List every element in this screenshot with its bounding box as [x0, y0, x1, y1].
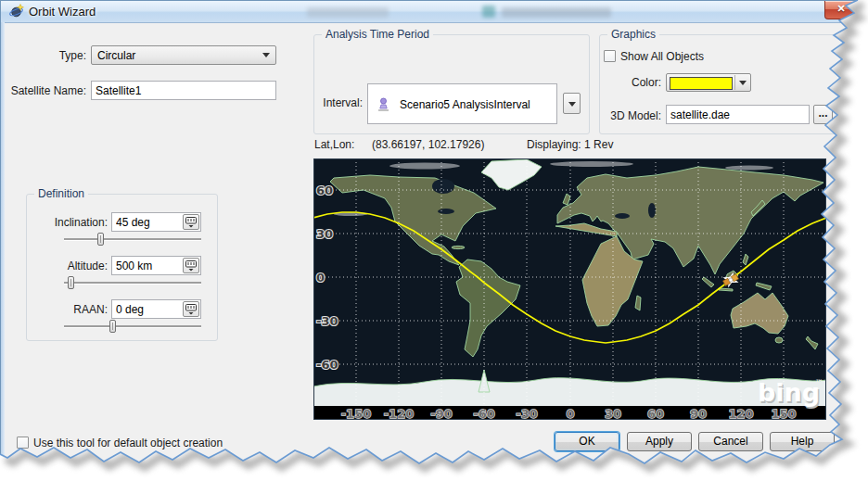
slider-thumb[interactable]: [97, 233, 104, 246]
default-object-creation-label: Use this tool for default object creatio…: [33, 437, 223, 449]
map-2d-view[interactable]: 60 30 0 -30 -60 -150 -120 -90 -60 -30 0 …: [313, 158, 826, 420]
satellite-name-label: Satellite Name:: [7, 84, 86, 97]
java: [719, 288, 733, 291]
world-map: 60 30 0 -30 -60 -150 -120 -90 -60 -30 0 …: [313, 158, 826, 420]
analysis-time-period-title: Analysis Time Period: [322, 28, 433, 41]
bing-logo: bing bing ™: [758, 378, 823, 409]
latlon-value: (83.66197, 102.17926): [372, 138, 484, 151]
3d-model-label: 3D Model:: [602, 109, 661, 122]
svg-text:0: 0: [316, 271, 325, 285]
color-swatch: [670, 77, 733, 90]
inclination-label: Inclination:: [32, 216, 108, 229]
slider-thumb[interactable]: [109, 320, 116, 333]
svg-text:150: 150: [771, 407, 796, 420]
raan-slider[interactable]: [64, 320, 201, 333]
latlon-label: Lat,Lon:: [314, 138, 354, 151]
slider-thumb[interactable]: [68, 276, 74, 289]
great-lakes: [438, 209, 454, 214]
slider-track[interactable]: [64, 325, 201, 328]
svg-text:90: 90: [690, 407, 707, 420]
raan-label: RAAN:: [32, 303, 108, 316]
type-label: Type:: [19, 49, 86, 62]
help-button[interactable]: Help: [770, 432, 835, 451]
close-button[interactable]: ✕: [824, 1, 858, 19]
scenario-icon: [377, 97, 389, 111]
longitude-labels: -150 -120 -90 -60 -30 0 30 60 90 120 150: [341, 407, 797, 420]
svg-text:60: 60: [647, 407, 664, 420]
black-sea: [615, 213, 630, 219]
default-object-creation-checkbox[interactable]: [17, 437, 29, 449]
caspian-sea: [648, 203, 656, 218]
window-title: Orbit Wizard: [29, 5, 96, 19]
ok-button[interactable]: OK: [555, 432, 619, 451]
background-window-icon-blur: [482, 6, 495, 18]
altitude-units-button[interactable]: [183, 258, 199, 273]
tasmania: [775, 337, 783, 343]
units-icon: [185, 217, 197, 228]
graphics-title: Graphics: [607, 28, 659, 41]
inclination-slider[interactable]: [64, 233, 201, 246]
altitude-label: Altitude:: [32, 259, 108, 272]
svg-text:30: 30: [605, 407, 621, 420]
show-all-objects-label: Show All Objects: [620, 50, 704, 63]
chevron-down-icon: [568, 102, 576, 107]
interval-value: Scenario5 AnalysisInterval: [400, 98, 530, 111]
svg-text:-30: -30: [516, 407, 538, 420]
definition-title: Definition: [34, 187, 88, 200]
3d-model-input[interactable]: [666, 105, 810, 124]
browse-button[interactable]: ...: [813, 105, 833, 124]
slider-track[interactable]: [64, 282, 201, 285]
slider-track[interactable]: [64, 238, 201, 241]
altitude-slider[interactable]: [64, 276, 201, 289]
hudson-bay: [432, 179, 454, 194]
apply-button[interactable]: Apply: [627, 432, 692, 451]
units-icon: [185, 304, 197, 315]
svg-text:-120: -120: [384, 407, 415, 420]
background-window-blur: [307, 7, 389, 18]
show-all-objects-checkbox[interactable]: [604, 50, 616, 62]
svg-text:-60: -60: [316, 358, 338, 372]
raan-units-button[interactable]: [183, 301, 199, 317]
chevron-down-icon: [262, 53, 270, 57]
divider: [734, 75, 735, 90]
svg-text:0: 0: [566, 407, 574, 420]
svg-text:-150: -150: [341, 407, 372, 420]
interval-dropdown-button[interactable]: [563, 93, 581, 114]
orbit-wizard-dialog: Orbit Wizard ✕ Type: Circular Satellite …: [0, 0, 868, 481]
svg-text:120: 120: [728, 407, 753, 420]
svg-text:™: ™: [815, 378, 823, 387]
type-combobox-value: Circular: [97, 49, 135, 62]
svg-text:60: 60: [316, 184, 333, 197]
type-combobox[interactable]: Circular: [91, 45, 276, 65]
orbit-wizard-screenshot: Orbit Wizard ✕ Type: Circular Satellite …: [0, 0, 868, 481]
cancel-button[interactable]: Cancel: [698, 432, 763, 451]
cuba: [452, 246, 465, 248]
background-window-title-blur: [502, 7, 611, 18]
interval-field[interactable]: Scenario5 AnalysisInterval: [367, 83, 557, 124]
color-combobox[interactable]: [666, 73, 751, 92]
orbit-wizard-icon: [9, 4, 24, 19]
svg-text:bing: bing: [758, 378, 820, 407]
units-icon: [185, 260, 197, 272]
svg-text:-30: -30: [316, 314, 338, 328]
chevron-down-icon: [739, 81, 747, 85]
color-label: Color:: [602, 76, 661, 89]
interval-label: Interval:: [316, 96, 363, 109]
window-frame-edge: [1, 22, 5, 480]
svg-text:-60: -60: [473, 407, 495, 420]
svg-text:30: 30: [316, 227, 333, 241]
displaying-text: Displaying: 1 Rev: [527, 138, 613, 151]
title-bar[interactable]: Orbit Wizard ✕: [1, 1, 867, 23]
satellite-name-input[interactable]: [91, 81, 276, 100]
inclination-units-button[interactable]: [183, 214, 199, 230]
svg-text:-90: -90: [430, 407, 453, 420]
